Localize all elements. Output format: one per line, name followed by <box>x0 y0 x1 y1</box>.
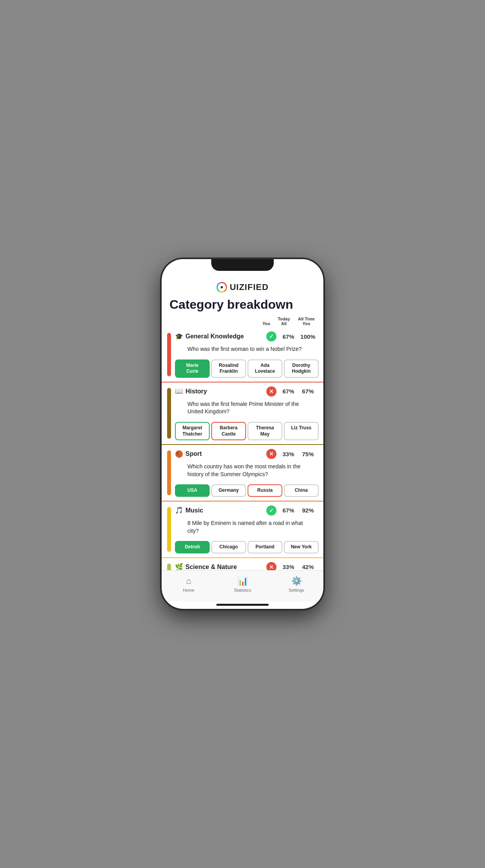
logo-icon <box>216 282 227 293</box>
question-general-knowledge: Who was the first woman to win a Nobel P… <box>175 344 319 357</box>
answer-history-2[interactable]: Theresa May <box>248 422 282 440</box>
col-alltime: All Time You <box>296 317 317 326</box>
answer-general-knowledge-2[interactable]: Ada Lovelace <box>248 359 282 378</box>
nav-settings-label: Settings <box>289 588 304 592</box>
answers-history: Margaret ThatcherBarbera CastleTheresa M… <box>175 422 319 440</box>
col-you: You <box>260 321 272 326</box>
bottom-nav: ⌂ Home 📊 Statistics ⚙️ Settings <box>162 570 323 601</box>
result-icon-general-knowledge: ✓ <box>266 331 276 342</box>
answer-general-knowledge-3[interactable]: Dorothy Hodgkin <box>284 359 319 378</box>
category-section-general-knowledge: 🎓General Knowledge✓67%100%Who was the fi… <box>162 327 323 382</box>
alltime-pct-sport: 75% <box>297 451 319 457</box>
today-pct-music: 67% <box>280 507 297 514</box>
question-sport: Which country has won the most medals in… <box>175 461 319 482</box>
cat-name-history: History <box>185 388 266 395</box>
cat-name-sport: Sport <box>185 450 266 457</box>
nav-statistics[interactable]: 📊 Statistics <box>216 576 269 592</box>
answer-history-1[interactable]: Barbera Castle <box>211 422 246 440</box>
result-icon-sport: ✕ <box>266 449 276 459</box>
app-logo-text: UIZIFIED <box>230 282 269 292</box>
answer-music-0[interactable]: Detroit <box>175 541 210 553</box>
category-section-music: 🎵Music✓67%92%8 Mile by Eminem is named a… <box>162 502 323 558</box>
cat-icon-science-nature: 🌿 <box>175 563 183 570</box>
nav-settings[interactable]: ⚙️ Settings <box>269 576 323 592</box>
home-indicator <box>216 604 269 606</box>
answer-sport-1[interactable]: Germany <box>211 484 246 497</box>
home-icon: ⌂ <box>186 576 191 586</box>
content-area[interactable]: UIZIFIED Category breakdown You Today Al… <box>162 276 323 570</box>
answer-general-knowledge-1[interactable]: Rosalind Franklin <box>211 359 246 378</box>
nav-statistics-label: Statistics <box>234 588 251 592</box>
cat-icon-history: 📖 <box>175 387 183 395</box>
answers-general-knowledge: Marie CurieRosalind FranklinAda Lovelace… <box>175 359 319 378</box>
statistics-icon: 📊 <box>237 576 248 586</box>
answers-music: DetroitChicagoPortlandNew York <box>175 541 319 553</box>
category-section-history: 📖History✕67%67%Who was the first female … <box>162 382 323 445</box>
alltime-pct-music: 92% <box>297 507 319 514</box>
nav-home[interactable]: ⌂ Home <box>162 576 216 592</box>
answer-music-3[interactable]: New York <box>284 541 319 553</box>
logo-area: UIZIFIED <box>162 276 323 296</box>
category-section-sport: 🏀Sport✕33%75%Which country has won the m… <box>162 445 323 502</box>
answer-sport-3[interactable]: China <box>284 484 319 497</box>
cat-icon-music: 🎵 <box>175 506 183 514</box>
category-bar-history <box>167 388 171 439</box>
answer-general-knowledge-0[interactable]: Marie Curie <box>175 359 210 378</box>
category-bar-sport <box>167 450 171 495</box>
answer-sport-2[interactable]: Russia <box>248 484 282 497</box>
categories-container: 🎓General Knowledge✓67%100%Who was the fi… <box>162 327 323 570</box>
answer-history-0[interactable]: Margaret Thatcher <box>175 422 210 440</box>
category-section-science-nature: 🌿Science & Nature✕33%42%Which planet in … <box>162 558 323 570</box>
question-music: 8 Mile by Eminem is named after a road i… <box>175 518 319 539</box>
page-title: Category breakdown <box>162 296 323 317</box>
result-icon-music: ✓ <box>266 505 276 516</box>
today-pct-sport: 33% <box>280 451 297 457</box>
result-icon-history: ✕ <box>266 386 276 397</box>
answers-sport: USAGermanyRussiaChina <box>175 484 319 497</box>
today-pct-science-nature: 33% <box>280 564 297 570</box>
nav-home-label: Home <box>183 588 194 592</box>
cat-name-music: Music <box>185 507 266 514</box>
cat-icon-general-knowledge: 🎓 <box>175 333 183 341</box>
cat-name-science-nature: Science & Nature <box>185 564 266 570</box>
category-bar-music <box>167 507 171 552</box>
category-bar-science-nature <box>167 564 171 570</box>
today-pct-history: 67% <box>280 388 297 395</box>
result-icon-science-nature: ✕ <box>266 562 276 570</box>
question-history: Who was the first female Prime Minister … <box>175 399 319 420</box>
alltime-pct-general-knowledge: 100% <box>297 333 319 340</box>
settings-icon: ⚙️ <box>291 576 302 586</box>
answer-history-3[interactable]: Liz Truss <box>284 422 319 440</box>
today-pct-general-knowledge: 67% <box>280 333 297 340</box>
category-bar-general-knowledge <box>167 333 171 376</box>
alltime-pct-science-nature: 42% <box>297 564 319 570</box>
alltime-pct-history: 67% <box>297 388 319 395</box>
col-today: Today All <box>276 317 292 326</box>
cat-icon-sport: 🏀 <box>175 450 183 458</box>
answer-music-2[interactable]: Portland <box>248 541 282 553</box>
answer-music-1[interactable]: Chicago <box>211 541 246 553</box>
answer-sport-0[interactable]: USA <box>175 484 210 497</box>
svg-point-2 <box>221 286 223 288</box>
cat-name-general-knowledge: General Knowledge <box>185 333 266 340</box>
